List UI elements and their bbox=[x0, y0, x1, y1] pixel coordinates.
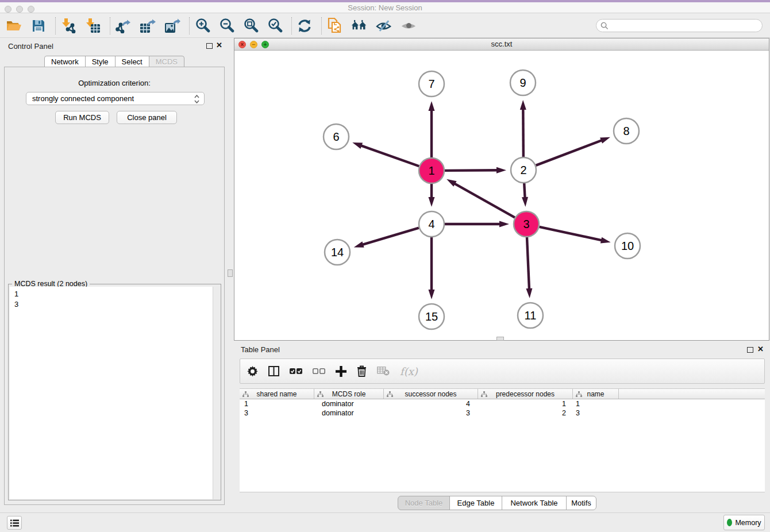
result-scrollbar[interactable] bbox=[213, 287, 220, 499]
zoom-in-icon[interactable] bbox=[194, 18, 210, 34]
tab-edge-table[interactable]: Edge Table bbox=[449, 496, 502, 510]
split-panel-icon[interactable] bbox=[268, 366, 279, 376]
graph-node-11[interactable]: 11 bbox=[518, 303, 543, 328]
vertical-splitter-grip[interactable] bbox=[228, 269, 233, 277]
tab-mcds[interactable]: MCDS bbox=[149, 56, 184, 67]
select-arrows-icon bbox=[194, 95, 199, 107]
edge-arrowhead bbox=[354, 241, 364, 248]
network-window-titlebar[interactable]: × − + scc.txt bbox=[234, 38, 769, 51]
network-graph[interactable]: 7968124314101511 bbox=[234, 51, 769, 340]
delete-table-icon[interactable] bbox=[377, 367, 390, 376]
table-cell[interactable]: 3 bbox=[240, 408, 314, 418]
copy-view-icon[interactable] bbox=[326, 18, 342, 34]
zoom-out-icon[interactable] bbox=[218, 18, 234, 34]
table-cell[interactable]: 3 bbox=[384, 408, 478, 418]
show-all-icon[interactable] bbox=[401, 18, 417, 34]
hide-selected-icon[interactable] bbox=[376, 18, 392, 34]
column-header-successor-nodes[interactable]: successor nodes bbox=[384, 389, 478, 399]
zoom-selected-icon[interactable] bbox=[267, 18, 283, 34]
edge-4-14[interactable] bbox=[361, 228, 419, 245]
edge-1-6[interactable] bbox=[360, 145, 419, 166]
edge-1-2[interactable] bbox=[445, 170, 499, 171]
edge-3-1[interactable] bbox=[453, 183, 515, 218]
graph-node-8[interactable]: 8 bbox=[614, 118, 639, 144]
table-panel: Table Panel ✕ f(x) shared nameMCDS roles… bbox=[234, 342, 770, 512]
table-cell[interactable]: 3 bbox=[573, 408, 619, 418]
export-table-icon[interactable] bbox=[140, 18, 156, 34]
export-network-icon[interactable] bbox=[115, 18, 131, 34]
mcds-result-item[interactable]: 3 bbox=[10, 299, 220, 310]
delete-column-icon[interactable] bbox=[357, 365, 367, 377]
close-panel-button[interactable]: Close panel bbox=[117, 111, 177, 124]
graph-node-2[interactable]: 2 bbox=[511, 157, 536, 183]
tab-node-table[interactable]: Node Table bbox=[398, 496, 450, 510]
tab-network-table[interactable]: Network Table bbox=[502, 496, 567, 510]
close-table-panel-icon[interactable]: ✕ bbox=[757, 345, 764, 353]
mcds-result-list[interactable]: 13 bbox=[10, 287, 220, 499]
table-row[interactable]: 3dominator323 bbox=[240, 408, 765, 418]
edge-3-10[interactable] bbox=[539, 227, 603, 241]
add-column-icon[interactable] bbox=[336, 366, 346, 377]
edge-2-3[interactable] bbox=[524, 183, 525, 199]
float-table-panel-icon[interactable] bbox=[747, 347, 753, 353]
criterion-select[interactable]: strongly connected component bbox=[26, 92, 205, 105]
task-history-button[interactable] bbox=[7, 516, 22, 530]
minimize-window-button[interactable] bbox=[16, 6, 23, 13]
zoom-window-button[interactable] bbox=[28, 6, 34, 13]
close-network-icon[interactable]: × bbox=[238, 41, 246, 48]
column-header-MCDS-role[interactable]: MCDS role bbox=[314, 389, 384, 399]
import-table-icon[interactable] bbox=[85, 18, 101, 34]
mcds-result-item[interactable]: 1 bbox=[10, 287, 220, 299]
tab-network[interactable]: Network bbox=[44, 56, 86, 67]
home-view-icon[interactable] bbox=[351, 18, 367, 34]
table-cell[interactable]: dominator bbox=[314, 408, 384, 418]
float-panel-icon[interactable] bbox=[206, 43, 213, 49]
settings-icon[interactable] bbox=[247, 366, 258, 377]
graph-node-6[interactable]: 6 bbox=[324, 124, 349, 149]
table-row[interactable]: 1dominator411 bbox=[240, 399, 765, 408]
edge-2-8[interactable] bbox=[536, 140, 603, 165]
column-header-predecessor-nodes[interactable]: predecessor nodes bbox=[478, 389, 573, 399]
table-cell[interactable]: 1 bbox=[478, 399, 573, 408]
horizontal-splitter-grip[interactable] bbox=[496, 337, 504, 341]
graph-node-1[interactable]: 1 bbox=[419, 158, 444, 183]
graph-node-15[interactable]: 15 bbox=[419, 304, 444, 329]
table-cell[interactable]: dominator bbox=[314, 399, 384, 408]
import-network-icon[interactable] bbox=[60, 18, 76, 34]
graph-node-9[interactable]: 9 bbox=[510, 70, 536, 95]
close-panel-icon[interactable]: ✕ bbox=[216, 41, 222, 49]
column-header-shared-name[interactable]: shared name bbox=[240, 389, 314, 399]
edge-2-9[interactable] bbox=[523, 107, 523, 157]
close-window-button[interactable] bbox=[5, 6, 11, 13]
export-image-icon[interactable] bbox=[164, 18, 180, 34]
table-cell[interactable]: 4 bbox=[384, 399, 478, 408]
maximize-network-icon[interactable]: + bbox=[261, 41, 269, 48]
edge-arrowhead bbox=[520, 100, 526, 110]
open-session-icon[interactable] bbox=[6, 18, 22, 34]
deselect-all-icon[interactable] bbox=[313, 368, 325, 375]
graph-node-7[interactable]: 7 bbox=[419, 71, 444, 97]
tab-style[interactable]: Style bbox=[85, 56, 116, 67]
edge-arrowhead bbox=[600, 237, 611, 244]
apply-layout-icon[interactable] bbox=[297, 18, 313, 34]
memory-button[interactable]: Memory bbox=[723, 515, 765, 530]
tab-motifs[interactable]: Motifs bbox=[566, 496, 596, 510]
table-cell[interactable]: 1 bbox=[240, 399, 314, 408]
svg-text:9: 9 bbox=[519, 76, 526, 89]
tab-select[interactable]: Select bbox=[115, 56, 149, 67]
graph-node-3[interactable]: 3 bbox=[514, 211, 539, 237]
graph-node-10[interactable]: 10 bbox=[615, 233, 640, 259]
column-header-name[interactable]: name bbox=[573, 389, 619, 399]
search-input[interactable] bbox=[596, 19, 763, 32]
minimize-network-icon[interactable]: − bbox=[250, 41, 257, 48]
edge-3-11[interactable] bbox=[527, 237, 529, 291]
memory-status-icon bbox=[727, 519, 732, 526]
run-mcds-button[interactable]: Run MCDS bbox=[55, 111, 109, 124]
graph-node-14[interactable]: 14 bbox=[325, 240, 350, 265]
table-cell[interactable]: 1 bbox=[573, 399, 619, 408]
save-session-icon[interactable] bbox=[30, 18, 47, 34]
table-cell[interactable]: 2 bbox=[478, 408, 573, 418]
select-all-icon[interactable] bbox=[290, 368, 302, 375]
zoom-fit-icon[interactable] bbox=[242, 18, 259, 34]
graph-node-4[interactable]: 4 bbox=[419, 211, 444, 237]
